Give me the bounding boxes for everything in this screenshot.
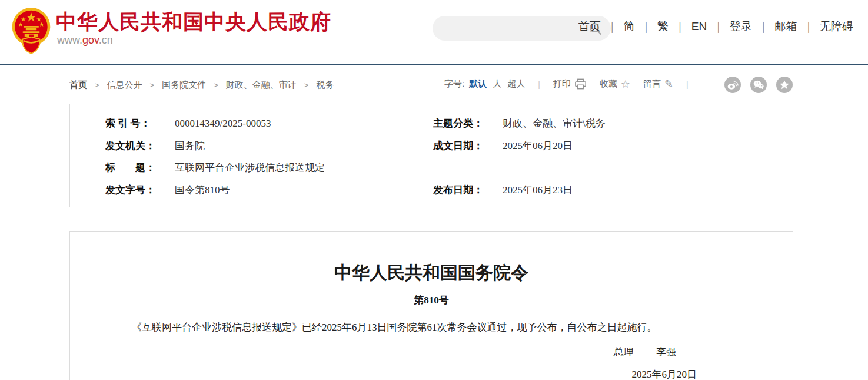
decree-body-paragraph: 《互联网平台企业涉税信息报送规定》已经2025年6月13日国务院第61次常务会议… — [112, 320, 751, 335]
signer-role: 总理 — [614, 346, 634, 358]
meta-value: 财政、金融、审计\税务 — [503, 117, 606, 130]
wechat-share-button[interactable] — [750, 77, 767, 93]
print-button[interactable]: 打印 — [553, 78, 587, 90]
nav-separator: ｜ — [803, 20, 814, 32]
weibo-share-button[interactable] — [724, 77, 741, 93]
meta-row-empty — [433, 157, 606, 179]
font-size-large-button[interactable]: 大 — [493, 78, 501, 90]
decree-date: 2025年6月20日 — [112, 368, 751, 380]
print-label: 打印 — [553, 78, 571, 90]
page-tools: 字号: 默认 大 超大 | 打印 收藏 ☆ 留言 ✎ | — [444, 78, 701, 90]
favorite-button[interactable]: 收藏 ☆ — [600, 78, 630, 90]
gov-cn-document-page: { "header": { "site_title": "中华人民共和国中央人民… — [0, 0, 868, 380]
nav-separator: ｜ — [758, 20, 769, 32]
site-url: www.gov.cn — [57, 34, 113, 47]
nav-login[interactable]: 登录 — [730, 20, 752, 32]
nav-traditional[interactable]: 繁 — [657, 20, 669, 32]
font-size-xlarge-button[interactable]: 超大 — [507, 78, 525, 90]
meta-value: 2025年06月23日 — [503, 183, 573, 197]
meta-row-topic-category: 主题分类： 财政、金融、审计\税务 — [433, 113, 606, 135]
pencil-icon: ✎ — [664, 79, 673, 90]
site-url-gov: gov — [82, 34, 99, 46]
breadcrumb: 首页>信息公开>国务院文件>财政、金融、审计>税务 — [69, 80, 334, 91]
decree-number: 第810号 — [112, 293, 751, 307]
toolbar-divider: | — [686, 80, 689, 89]
meta-label: 主题分类： — [433, 117, 497, 130]
breadcrumb-separator: > — [95, 81, 99, 90]
search-input[interactable] — [443, 16, 584, 41]
meta-row-title: 标 题： 互联网平台企业涉税信息报送规定 — [105, 157, 325, 179]
breadcrumb-state-council-docs[interactable]: 国务院文件 — [162, 80, 206, 90]
site-url-www: www. — [57, 34, 82, 46]
nav-separator: ｜ — [713, 20, 724, 32]
meta-label: 发文字号： — [105, 183, 169, 197]
decree-title: 中华人民共和国国务院令 — [112, 261, 751, 285]
meta-value: 国令第810号 — [175, 183, 230, 197]
meta-label: 发布日期： — [433, 183, 497, 197]
site-header: 中华人民共和国中央人民政府 www.gov.cn 首页｜简｜繁｜EN｜登录｜邮箱… — [0, 0, 868, 65]
meta-value: 互联网平台企业涉税信息报送规定 — [175, 161, 325, 174]
nav-separator: ｜ — [607, 20, 618, 32]
nav-simplified[interactable]: 简 — [623, 20, 634, 32]
wechat-icon — [753, 79, 764, 91]
weibo-icon — [727, 79, 739, 91]
favorite-label: 收藏 — [600, 78, 617, 90]
top-nav: 首页｜简｜繁｜EN｜登录｜邮箱｜无障碍 — [578, 19, 853, 34]
breadcrumb-toolbar-row: 首页>信息公开>国务院文件>财政、金融、审计>税务 字号: 默认 大 超大 | … — [0, 67, 868, 99]
signer-name: 李强 — [656, 346, 676, 358]
meta-row-publish-date: 发布日期： 2025年06月23日 — [433, 179, 606, 201]
breadcrumb-home[interactable]: 首页 — [69, 80, 87, 90]
site-title: 中华人民共和国中央人民政府 — [56, 8, 331, 36]
breadcrumb-tax[interactable]: 税务 — [316, 80, 334, 90]
meta-row-document-number: 发文字号： 国令第810号 — [105, 179, 325, 201]
document-body-card: 中华人民共和国国务院令 第810号 《互联网平台企业涉税信息报送规定》已经202… — [69, 231, 793, 380]
nav-separator: ｜ — [640, 20, 651, 32]
nav-separator: ｜ — [674, 20, 686, 32]
qzone-star-icon — [779, 79, 790, 91]
national-emblem-icon — [12, 7, 51, 54]
meta-label: 发文机关： — [105, 139, 169, 153]
share-icons — [724, 77, 793, 93]
nav-english[interactable]: EN — [691, 20, 707, 32]
printer-icon — [574, 78, 587, 90]
nav-accessibility[interactable]: 无障碍 — [820, 20, 853, 32]
comment-button[interactable]: 留言 ✎ — [643, 78, 673, 90]
decree-signature-line: 总理 李强 — [112, 345, 751, 359]
meta-row-issuing-agency: 发文机关： 国务院 — [105, 135, 325, 157]
meta-label: 索 引 号： — [105, 117, 169, 130]
meta-column-left: 索 引 号： 000014349/2025-00053 发文机关： 国务院 标 … — [105, 113, 325, 201]
breadcrumb-finance-audit[interactable]: 财政、金融、审计 — [226, 80, 297, 90]
breadcrumb-separator: > — [214, 81, 218, 90]
comment-label: 留言 — [643, 78, 661, 90]
meta-column-right: 主题分类： 财政、金融、审计\税务 成文日期： 2025年06月20日 发布日期… — [433, 113, 606, 201]
font-size-default-button[interactable]: 默认 — [469, 78, 487, 90]
meta-value: 2025年06月20日 — [503, 139, 573, 153]
star-icon: ☆ — [621, 79, 630, 90]
breadcrumb-separator: > — [304, 81, 309, 90]
breadcrumb-info-disclosure[interactable]: 信息公开 — [107, 80, 142, 90]
breadcrumb-separator: > — [150, 81, 155, 90]
document-meta-card: 索 引 号： 000014349/2025-00053 发文机关： 国务院 标 … — [69, 104, 793, 207]
meta-value: 000014349/2025-00053 — [175, 118, 271, 130]
meta-label: 成文日期： — [433, 139, 497, 153]
site-url-cn: .cn — [99, 34, 113, 46]
font-size-label: 字号: — [444, 78, 464, 90]
qzone-share-button[interactable] — [776, 77, 793, 93]
nav-home[interactable]: 首页 — [578, 20, 601, 32]
toolbar-divider: | — [538, 80, 540, 89]
meta-row-written-date: 成文日期： 2025年06月20日 — [433, 135, 606, 157]
meta-value: 国务院 — [175, 139, 205, 153]
meta-row-index-number: 索 引 号： 000014349/2025-00053 — [105, 113, 325, 135]
nav-mail[interactable]: 邮箱 — [774, 20, 797, 32]
meta-label: 标 题： — [105, 161, 169, 174]
